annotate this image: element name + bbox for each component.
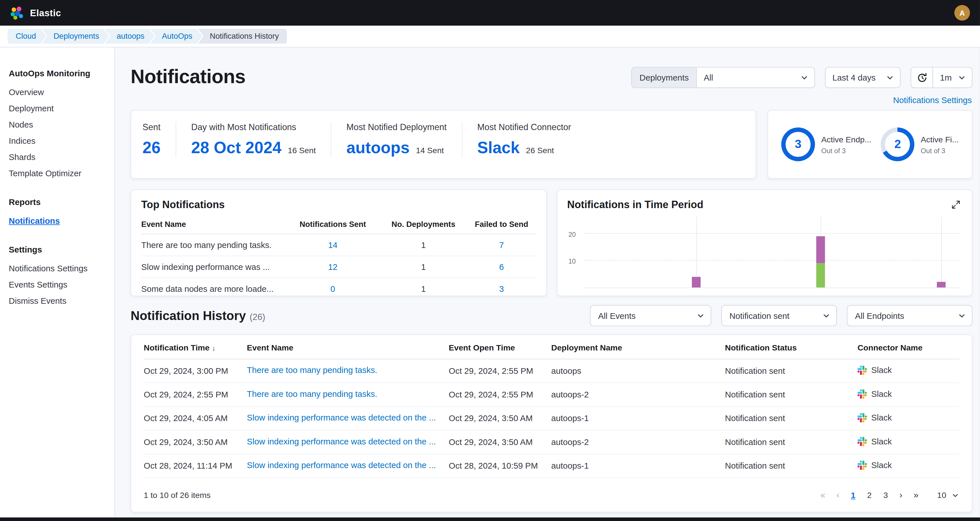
- event-name: There are too many pending tasks.: [141, 234, 286, 256]
- chevron-down-icon: [800, 73, 809, 82]
- gauge-sub: Out of 3: [821, 147, 871, 154]
- summary-stats-card: Sent26Day with Most Notifications28 Oct …: [131, 110, 756, 178]
- gridline-y-10: [583, 260, 960, 260]
- filter-all-events[interactable]: All Events: [590, 305, 711, 326]
- stat-value: Slack: [477, 138, 520, 157]
- sidebar-item-deployment[interactable]: Deployment: [0, 100, 115, 116]
- column-header-event-name: Event Name: [247, 336, 449, 359]
- event-name-link[interactable]: There are too many pending tasks.: [247, 389, 377, 398]
- stat-sub: 16 Sent: [288, 146, 316, 155]
- next-page-button[interactable]: ›: [894, 488, 907, 502]
- breadcrumb-cloud[interactable]: Cloud: [7, 29, 46, 44]
- filter-value: All Endpoints: [855, 311, 904, 320]
- notifications-settings-link[interactable]: Notifications Settings: [893, 96, 972, 105]
- history-row: Oct 28, 2024, 11:14 PMSlow indexing perf…: [144, 454, 959, 478]
- pagination: «‹123›»: [815, 488, 924, 502]
- refresh-interval-select[interactable]: 1m: [932, 67, 972, 88]
- stat-sub: 26 Sent: [526, 146, 554, 155]
- avatar[interactable]: A: [955, 5, 970, 21]
- breadcrumb-autoops[interactable]: AutoOps: [150, 29, 202, 44]
- sidebar-heading-reports: Reports: [0, 198, 115, 207]
- refresh-clock-icon: [916, 72, 927, 83]
- connector-name: Slack: [871, 413, 892, 422]
- deployments-filter-value: All: [704, 73, 713, 82]
- event-name-link[interactable]: Slow indexing performance was detected o…: [247, 437, 436, 446]
- filter-all-endpoints[interactable]: All Endpoints: [847, 305, 972, 326]
- column-header-notification-time[interactable]: Notification Time↓: [144, 336, 247, 359]
- history-title: Notification History(26): [131, 308, 266, 322]
- chart-bar-green[interactable]: [816, 263, 825, 288]
- notifications-sent-link[interactable]: 12: [328, 262, 337, 272]
- notifications-sent-link[interactable]: 0: [331, 284, 335, 294]
- previous-page-button[interactable]: ‹: [831, 488, 844, 502]
- sidebar-item-shards[interactable]: Shards: [0, 149, 115, 165]
- deployments-filter-group: Deployments All: [631, 67, 815, 88]
- sidebar-item-notifications[interactable]: Notifications: [0, 212, 115, 229]
- history-table: Notification Time↓ Event Name Event Open…: [144, 336, 959, 478]
- sidebar-item-dismiss-events[interactable]: Dismiss Events: [0, 292, 115, 309]
- sidebar-item-nodes[interactable]: Nodes: [0, 116, 115, 132]
- refresh-button[interactable]: [910, 67, 933, 88]
- last-page-button[interactable]: »: [908, 488, 923, 502]
- failed-to-send-link[interactable]: 7: [499, 240, 504, 250]
- first-page-button[interactable]: «: [815, 488, 830, 502]
- deployments-filter-label: Deployments: [631, 67, 696, 88]
- connector-cell: Slack: [858, 461, 892, 470]
- connector-cell: Slack: [858, 437, 892, 446]
- notifications-sent-link[interactable]: 14: [328, 240, 337, 250]
- chart-bar-purple[interactable]: [937, 282, 945, 288]
- deployments-filter-select[interactable]: All: [696, 67, 815, 88]
- sidebar-item-indices[interactable]: Indices: [0, 132, 115, 149]
- sidebar-item-template-optimizer[interactable]: Template Optimizer: [0, 165, 115, 181]
- page-button-3[interactable]: 3: [878, 488, 893, 501]
- history-row: Oct 29, 2024, 3:00 PMThere are too many …: [144, 359, 959, 383]
- filter-notification-sent[interactable]: Notification sent: [721, 305, 837, 326]
- chart-title: Notifications in Time Period: [567, 199, 703, 211]
- connector-cell: Slack: [858, 389, 892, 398]
- rows-per-page-select[interactable]: 10: [937, 490, 959, 500]
- deployments-count: 1: [380, 234, 467, 256]
- deployment-name: autoops-2: [551, 383, 725, 406]
- event-name-link[interactable]: There are too many pending tasks.: [247, 365, 377, 375]
- connector-name: Slack: [871, 365, 892, 375]
- chart-bar-purple[interactable]: [816, 236, 825, 263]
- breadcrumb-autoops[interactable]: autoops: [105, 29, 154, 44]
- connector-cell: Slack: [858, 413, 892, 422]
- filter-value: Notification sent: [729, 311, 789, 320]
- event-name-link[interactable]: Slow indexing performance was detected o…: [247, 461, 436, 470]
- history-card: Notification Time↓ Event Name Event Open…: [131, 334, 973, 513]
- page-button-1[interactable]: 1: [846, 488, 861, 501]
- time-range-select[interactable]: Last 4 days: [825, 67, 901, 88]
- failed-to-send-link[interactable]: 6: [499, 262, 504, 272]
- notification-status: Notification sent: [725, 430, 857, 454]
- stat-day-with-most-notifications: Day with Most Notifications28 Oct 202416…: [176, 122, 331, 157]
- event-name-link[interactable]: Slow indexing performance was detected o…: [247, 413, 436, 422]
- chart-bar-purple[interactable]: [692, 277, 701, 288]
- breadcrumb-deployments[interactable]: Deployments: [41, 29, 109, 44]
- slack-icon: [858, 437, 867, 446]
- toolbar: Deployments All Last 4 days: [631, 67, 972, 88]
- sidebar-item-overview[interactable]: Overview: [0, 84, 115, 100]
- deployments-count: 1: [380, 256, 467, 278]
- column-header-notification-status: Notification Status: [725, 336, 857, 359]
- chevron-down-icon: [822, 311, 831, 320]
- y-axis-label: 20: [568, 230, 576, 238]
- sidebar-item-notifications-settings[interactable]: Notifications Settings: [0, 260, 115, 276]
- column-header-event-name: Event Name: [141, 217, 286, 234]
- event-open-time: Oct 28, 2024, 10:59 PM: [449, 454, 551, 478]
- failed-to-send-link[interactable]: 3: [499, 284, 504, 294]
- notification-time: Oct 28, 2024, 11:14 PM: [144, 454, 247, 478]
- gauge-active-fi: 2Active Fi...Out of 3: [881, 127, 959, 161]
- connector-name: Slack: [871, 437, 892, 446]
- notification-time: Oct 29, 2024, 4:05 AM: [144, 407, 247, 430]
- expand-icon[interactable]: [950, 199, 962, 211]
- items-range-label: 1 to 10 of 26 items: [144, 490, 211, 500]
- history-filters: All EventsNotification sentAll Endpoints: [590, 305, 972, 326]
- connector-cell: Slack: [858, 365, 892, 375]
- brand-name: Elastic: [30, 7, 61, 18]
- history-row: Oct 29, 2024, 4:05 AMSlow indexing perfo…: [144, 407, 959, 430]
- page-button-2[interactable]: 2: [862, 488, 877, 501]
- sidebar-item-events-settings[interactable]: Events Settings: [0, 276, 115, 292]
- gauge-active-endp: 3Active Endp...Out of 3: [781, 127, 872, 161]
- top-header: Elastic A: [0, 0, 980, 25]
